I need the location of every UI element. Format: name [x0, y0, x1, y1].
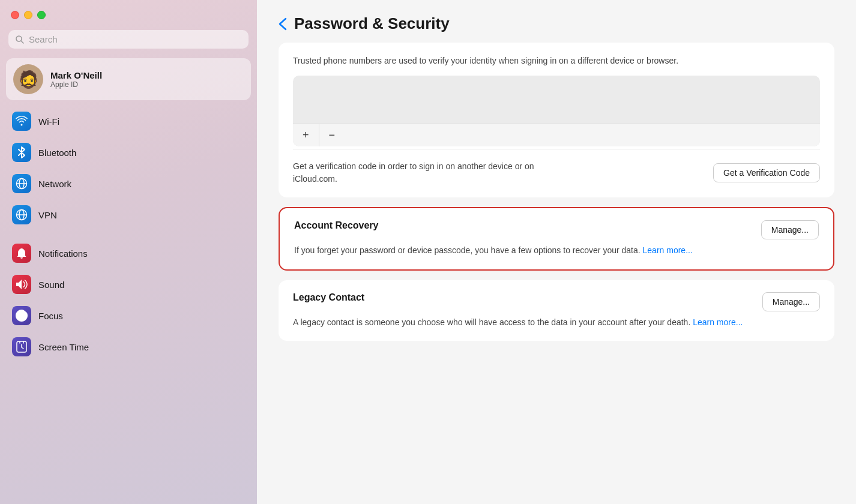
account-recovery-manage-button[interactable]: Manage... [761, 220, 819, 239]
sidebar-item-sound-label: Sound [38, 280, 64, 290]
page-title: Password & Security [294, 14, 450, 33]
account-recovery-learn-more[interactable]: Learn more... [643, 245, 693, 255]
focus-icon [12, 306, 31, 325]
sidebar-item-bluetooth-label: Bluetooth [38, 148, 76, 158]
verification-row: Get a verification code in order to sign… [293, 149, 820, 185]
sidebar-item-wifi-label: Wi-Fi [38, 116, 59, 127]
main-content: Password & Security Trusted phone number… [257, 0, 856, 504]
legacy-contact-section: Legacy Contact Manage... A legacy contac… [279, 280, 834, 341]
close-button[interactable] [11, 11, 19, 19]
sidebar-item-screentime-label: Screen Time [38, 342, 89, 352]
sidebar-item-sound[interactable]: Sound [6, 269, 251, 299]
account-recovery-section: Account Recovery Manage... If you forget… [279, 207, 834, 271]
legacy-contact-manage-button[interactable]: Manage... [762, 292, 820, 311]
sidebar: Search 🧔 Mark O'Neill Apple ID Wi-Fi [0, 0, 257, 504]
search-icon [16, 35, 24, 44]
user-info: Mark O'Neill Apple ID [50, 70, 102, 89]
sidebar-list: Wi-Fi Bluetooth Network [0, 106, 257, 363]
sidebar-item-network-label: Network [38, 179, 71, 189]
add-phone-button[interactable]: + [293, 124, 319, 146]
sidebar-item-notifications[interactable]: Notifications [6, 238, 251, 268]
network-icon [12, 174, 31, 193]
legacy-contact-header: Legacy Contact Manage... [293, 292, 820, 311]
vpn-icon [12, 205, 31, 224]
bluetooth-icon [12, 143, 31, 162]
sidebar-item-vpn-label: VPN [38, 210, 57, 220]
search-placeholder: Search [29, 34, 58, 44]
main-header: Password & Security [257, 0, 856, 43]
minimize-button[interactable] [24, 11, 32, 19]
sidebar-item-bluetooth[interactable]: Bluetooth [6, 137, 251, 167]
traffic-lights [0, 0, 257, 26]
search-bar[interactable]: Search [8, 30, 249, 49]
sidebar-item-notifications-label: Notifications [38, 248, 88, 259]
get-verification-code-button[interactable]: Get a Verification Code [713, 163, 820, 182]
wifi-icon [12, 112, 31, 131]
sidebar-item-focus[interactable]: Focus [6, 301, 251, 331]
notifications-icon [12, 244, 31, 263]
avatar: 🧔 [13, 64, 43, 94]
remove-phone-button[interactable]: − [319, 124, 345, 146]
legacy-contact-title: Legacy Contact [293, 292, 364, 303]
legacy-contact-body: A legacy contact is someone you choose w… [293, 316, 820, 329]
phone-list [293, 76, 820, 124]
trusted-phone-section: Trusted phone numbers are used to verify… [279, 43, 834, 197]
sidebar-item-network[interactable]: Network [6, 169, 251, 199]
back-button[interactable] [279, 17, 287, 31]
sidebar-item-wifi[interactable]: Wi-Fi [6, 106, 251, 136]
account-recovery-body: If you forget your password or device pa… [294, 244, 819, 257]
svg-marker-8 [16, 280, 22, 289]
trusted-phone-description: Trusted phone numbers are used to verify… [293, 55, 820, 67]
account-recovery-title: Account Recovery [294, 220, 379, 231]
legacy-contact-learn-more[interactable]: Learn more... [693, 317, 743, 327]
account-recovery-header: Account Recovery Manage... [294, 220, 819, 239]
sound-icon [12, 275, 31, 294]
fullscreen-button[interactable] [37, 11, 46, 19]
phone-list-controls: + − [293, 124, 820, 146]
user-name: Mark O'Neill [50, 70, 102, 80]
sidebar-item-vpn[interactable]: VPN [6, 200, 251, 230]
user-profile[interactable]: 🧔 Mark O'Neill Apple ID [6, 58, 251, 100]
verification-description: Get a verification code in order to sign… [293, 160, 551, 185]
user-subtitle: Apple ID [50, 80, 102, 89]
sidebar-item-focus-label: Focus [38, 311, 63, 321]
content-area: Trusted phone numbers are used to verify… [257, 43, 856, 372]
svg-line-1 [21, 41, 23, 43]
sidebar-item-screentime[interactable]: Screen Time [6, 332, 251, 362]
phone-list-container: + − [293, 76, 820, 146]
screentime-icon [12, 337, 31, 356]
